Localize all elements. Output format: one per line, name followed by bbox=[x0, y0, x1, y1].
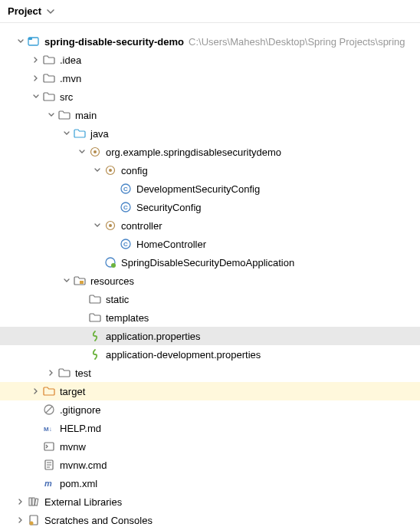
svg-text:C: C bbox=[123, 204, 128, 211]
svg-line-18 bbox=[46, 407, 52, 413]
chevron-right-icon[interactable] bbox=[15, 515, 26, 525]
svg-point-3 bbox=[94, 150, 97, 153]
chevron-down-icon[interactable] bbox=[15, 36, 26, 47]
tree-item-label: target bbox=[60, 386, 85, 397]
chevron-right-icon[interactable] bbox=[31, 54, 41, 65]
tree-row[interactable]: spring-disable-security-demoC:\Users\Mah… bbox=[0, 32, 420, 51]
svg-text:M↓: M↓ bbox=[44, 426, 52, 433]
springboot-icon bbox=[104, 256, 116, 268]
tree-row[interactable]: controller bbox=[0, 216, 420, 235]
svg-text:C: C bbox=[123, 241, 128, 248]
maven-icon: m bbox=[43, 477, 55, 489]
project-tree: spring-disable-security-demoC:\Users\Mah… bbox=[0, 23, 420, 527]
svg-rect-26 bbox=[29, 498, 31, 506]
tree-item-label: .gitignore bbox=[60, 404, 100, 416]
tree-item-label: templates bbox=[106, 312, 149, 324]
chevron-down-icon bbox=[44, 5, 57, 18]
tree-row[interactable]: target bbox=[0, 382, 420, 400]
svg-point-5 bbox=[109, 169, 112, 172]
res-folder-icon bbox=[74, 275, 86, 287]
tree-row[interactable]: mpom.xml bbox=[0, 474, 420, 492]
chevron-down-icon[interactable] bbox=[61, 128, 72, 139]
tree-row[interactable]: CHomeController bbox=[0, 235, 420, 253]
tree-row[interactable]: application.properties bbox=[0, 327, 420, 345]
tree-item-label: java bbox=[90, 128, 109, 140]
tree-item-label: main bbox=[75, 110, 97, 121]
src-folder-icon bbox=[74, 127, 86, 140]
markdown-icon: M↓ bbox=[43, 422, 55, 434]
tree-item-label: mvnw bbox=[60, 441, 86, 453]
tree-item-label: application.properties bbox=[106, 331, 201, 342]
svg-rect-20 bbox=[44, 443, 54, 450]
tree-row[interactable]: .idea bbox=[0, 51, 420, 69]
tree-item-label: test bbox=[75, 367, 91, 379]
tree-item-label: External Libraries bbox=[44, 496, 122, 508]
svg-rect-27 bbox=[32, 498, 34, 506]
tree-row[interactable]: External Libraries bbox=[0, 492, 420, 511]
libs-icon bbox=[28, 496, 40, 508]
chevron-down-icon[interactable] bbox=[92, 165, 103, 176]
tree-row[interactable]: .gitignore bbox=[0, 400, 420, 419]
tree-item-label: HELP.md bbox=[60, 423, 101, 434]
project-title: Project bbox=[8, 5, 41, 17]
tree-item-label: .idea bbox=[60, 54, 81, 66]
folder-icon bbox=[43, 91, 55, 103]
chevron-down-icon[interactable] bbox=[46, 110, 57, 120]
tree-item-label: Scratches and Consoles bbox=[44, 515, 153, 526]
package-icon bbox=[89, 146, 101, 158]
tree-row[interactable]: CDevelopmentSecurityConfig bbox=[0, 180, 420, 198]
tree-item-label: spring-disable-security-demo bbox=[44, 36, 184, 48]
tree-row[interactable]: M↓HELP.md bbox=[0, 419, 420, 437]
chevron-down-icon[interactable] bbox=[61, 275, 72, 286]
tree-row[interactable]: main bbox=[0, 106, 420, 124]
chevron-right-icon[interactable] bbox=[46, 367, 57, 378]
tree-item-label: SpringDisableSecurityDemoApplication bbox=[121, 257, 294, 268]
tree-row[interactable]: resources bbox=[0, 272, 420, 290]
project-tool-header[interactable]: Project bbox=[0, 0, 420, 23]
svg-rect-28 bbox=[34, 499, 38, 506]
chevron-right-icon[interactable] bbox=[15, 496, 26, 507]
chevron-down-icon[interactable] bbox=[77, 147, 87, 157]
folder-icon bbox=[43, 54, 55, 66]
tree-row[interactable]: mvnw.cmd bbox=[0, 456, 420, 474]
folder-icon bbox=[43, 72, 55, 84]
tree-row[interactable]: test bbox=[0, 364, 420, 382]
target-folder-icon bbox=[43, 385, 55, 397]
chevron-right-icon[interactable] bbox=[31, 73, 41, 84]
props-icon bbox=[89, 348, 101, 361]
tree-row[interactable]: CSecurityConfig bbox=[0, 198, 420, 216]
svg-text:C: C bbox=[123, 186, 128, 193]
tree-row[interactable]: templates bbox=[0, 308, 420, 327]
chevron-right-icon[interactable] bbox=[31, 386, 41, 397]
tree-item-label: .mvn bbox=[60, 73, 81, 84]
tree-item-label: HomeController bbox=[136, 239, 206, 250]
tree-row[interactable]: static bbox=[0, 290, 420, 308]
class-icon: C bbox=[120, 183, 132, 195]
folder-icon bbox=[58, 109, 71, 121]
class-icon: C bbox=[120, 201, 132, 213]
props-icon bbox=[89, 330, 101, 342]
svg-point-11 bbox=[109, 224, 112, 227]
tree-row[interactable]: java bbox=[0, 124, 420, 143]
tree-row[interactable]: Scratches and Consoles bbox=[0, 511, 420, 527]
text-icon bbox=[43, 459, 55, 471]
tree-row[interactable]: .mvn bbox=[0, 69, 420, 87]
folder-icon bbox=[89, 311, 101, 324]
tree-row[interactable]: application-development.properties bbox=[0, 345, 420, 364]
svg-rect-1 bbox=[28, 38, 32, 40]
scratch-icon bbox=[28, 514, 40, 526]
folder-icon bbox=[89, 293, 101, 305]
tree-item-label: application-development.properties bbox=[106, 349, 261, 361]
tree-row[interactable]: src bbox=[0, 87, 420, 106]
chevron-down-icon[interactable] bbox=[92, 220, 103, 231]
tree-row[interactable]: config bbox=[0, 161, 420, 180]
svg-text:m: m bbox=[44, 479, 52, 488]
folder-icon bbox=[58, 367, 71, 379]
tree-item-label: SecurityConfig bbox=[136, 202, 202, 213]
svg-point-15 bbox=[111, 263, 116, 268]
tree-row[interactable]: mvnw bbox=[0, 437, 420, 456]
tree-row[interactable]: SpringDisableSecurityDemoApplication bbox=[0, 253, 420, 272]
svg-rect-16 bbox=[80, 281, 84, 284]
chevron-down-icon[interactable] bbox=[31, 91, 41, 102]
tree-row[interactable]: org.example.springdisablesecuritydemo bbox=[0, 143, 420, 161]
